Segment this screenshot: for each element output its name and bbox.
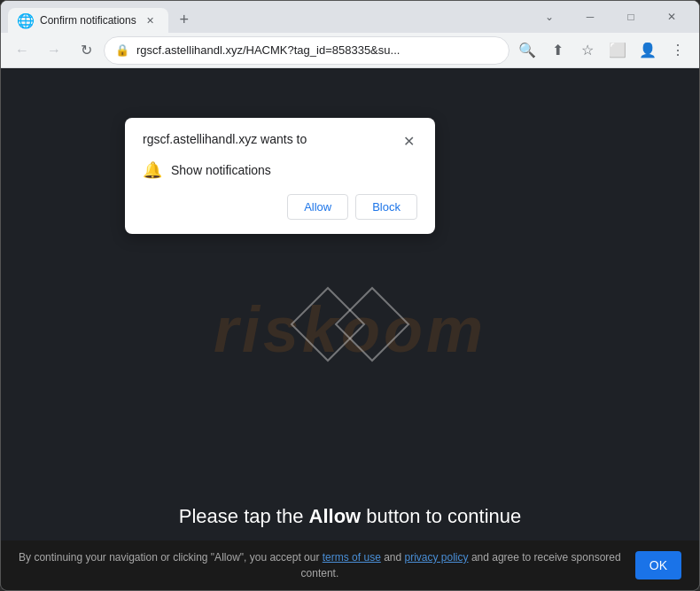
title-bar: 🌐 Confirm notifications ✕ + ⌄ ─ □ ✕ <box>1 1 699 33</box>
cookie-bar: By continuing your navigation or clickin… <box>1 540 699 590</box>
active-tab[interactable]: 🌐 Confirm notifications ✕ <box>8 8 168 33</box>
please-tap-bold: Allow <box>309 505 362 527</box>
dialog-buttons: Allow Block <box>143 194 417 220</box>
diamond-shapes <box>306 298 394 351</box>
tab-title: Confirm notifications <box>40 14 136 27</box>
please-tap-text: Please tap the Allow button to continue <box>179 505 521 528</box>
dialog-close-button[interactable]: ✕ <box>400 132 417 150</box>
tab-close-button[interactable]: ✕ <box>144 13 158 27</box>
ok-button[interactable]: OK <box>635 551 681 579</box>
collapse-button[interactable]: ⌄ <box>529 3 570 31</box>
back-button[interactable]: ← <box>8 36 36 65</box>
extension-button[interactable]: ⬜ <box>603 36 632 65</box>
privacy-link[interactable]: privacy policy <box>405 551 469 564</box>
reload-button[interactable]: ↻ <box>72 36 100 65</box>
close-button[interactable]: ✕ <box>651 3 692 31</box>
address-bar[interactable]: 🔒 rgscf.astellihandl.xyz/HACMK?tag_id=85… <box>104 36 509 65</box>
browser-toolbar: ← → ↻ 🔒 rgscf.astellihandl.xyz/HACMK?tag… <box>1 33 699 68</box>
dialog-row: 🔔 Show notifications <box>143 160 417 180</box>
notification-label: Show notifications <box>171 163 271 177</box>
chrome-window: 🌐 Confirm notifications ✕ + ⌄ ─ □ ✕ ← → … <box>0 0 700 591</box>
cookie-text: By continuing your navigation or clickin… <box>19 549 621 581</box>
block-button[interactable]: Block <box>355 194 417 220</box>
dialog-header: rgscf.astellihandl.xyz wants to ✕ <box>143 132 417 150</box>
bell-icon: 🔔 <box>143 160 162 180</box>
tab-area: 🌐 Confirm notifications ✕ + <box>8 1 529 33</box>
please-tap-prefix: Please tap the <box>179 505 309 527</box>
please-tap-suffix: button to continue <box>361 505 521 527</box>
menu-button[interactable]: ⋮ <box>664 36 692 65</box>
profile-button[interactable]: 👤 <box>634 36 662 65</box>
search-icon-button[interactable]: 🔍 <box>513 36 541 65</box>
minimize-button[interactable]: ─ <box>570 3 611 31</box>
allow-button[interactable]: Allow <box>287 194 348 220</box>
diamond-right <box>335 286 410 362</box>
lock-icon: 🔒 <box>115 43 129 57</box>
cookie-text-before: By continuing your navigation or clickin… <box>19 551 323 564</box>
tab-favicon: 🌐 <box>19 13 33 27</box>
forward-button[interactable]: → <box>40 36 68 65</box>
bookmark-button[interactable]: ☆ <box>573 36 602 65</box>
window-controls: ⌄ ─ □ ✕ <box>529 3 692 31</box>
notification-dialog: rgscf.astellihandl.xyz wants to ✕ 🔔 Show… <box>125 118 435 234</box>
dialog-title: rgscf.astellihandl.xyz wants to <box>143 132 307 146</box>
maximize-button[interactable]: □ <box>611 3 651 31</box>
page-content: riskoom rgscf.astellihandl.xyz wants to … <box>1 68 699 590</box>
cookie-text-middle: and <box>381 551 405 564</box>
terms-link[interactable]: terms of use <box>323 551 381 564</box>
url-text: rgscf.astellihandl.xyz/HACMK?tag_id=8583… <box>136 43 498 57</box>
new-tab-button[interactable]: + <box>172 7 197 32</box>
share-button[interactable]: ⬆ <box>543 36 572 65</box>
toolbar-actions: 🔍 ⬆ ☆ ⬜ 👤 ⋮ <box>513 36 692 65</box>
